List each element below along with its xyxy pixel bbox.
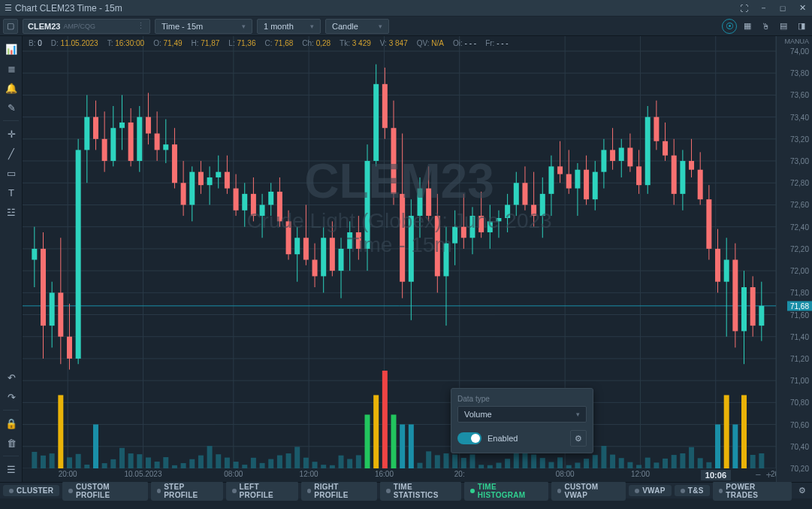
- redo-icon[interactable]: ↷: [0, 387, 23, 407]
- link-icon[interactable]: ▢: [3, 19, 18, 34]
- minimize-icon[interactable]: －: [758, 3, 768, 14]
- chevron-down-icon: ▾: [310, 23, 314, 30]
- yaxis-tick: 71,40: [790, 332, 809, 341]
- yaxis-tick: 72,00: [790, 267, 809, 275]
- xaxis-tick: 20:00: [59, 470, 77, 478]
- yaxis-tick: 73,20: [790, 135, 809, 143]
- edit-icon[interactable]: ✎: [0, 98, 23, 117]
- tab-power-trades[interactable]: Power Trades: [713, 481, 792, 501]
- xaxis-tick: 08:00: [224, 470, 243, 478]
- alert-icon[interactable]: 🔔: [0, 78, 23, 98]
- yaxis-tick: 71,20: [790, 354, 809, 362]
- x-axis[interactable]: 20:0010.05.202308:0012:0016:0020:08:0012…: [23, 468, 776, 482]
- yaxis-tick: 70,20: [790, 465, 809, 473]
- yaxis-tick: 72,80: [790, 179, 809, 187]
- tab-left-profile[interactable]: Left Profile: [226, 481, 298, 501]
- chart-canvas[interactable]: [23, 36, 776, 468]
- mouse-icon[interactable]: 🖱: [758, 19, 773, 34]
- yaxis-tick: 72,20: [790, 244, 809, 253]
- line-icon[interactable]: ╱: [0, 144, 23, 163]
- chevron-down-icon: ▾: [242, 23, 246, 30]
- symbol-name: CLEM23: [28, 22, 60, 31]
- price-tag: 71,68: [787, 301, 812, 311]
- search-icon[interactable]: ⦿: [722, 19, 737, 34]
- timeframe-select[interactable]: Time - 15m▾: [155, 19, 252, 34]
- y-axis[interactable]: MANUA 74,0073,8073,6073,4073,2073,0072,8…: [776, 36, 812, 482]
- lock-icon[interactable]: 🔒: [0, 414, 23, 433]
- yaxis-tick: 73,00: [790, 157, 809, 165]
- chevron-down-icon: ▾: [379, 23, 382, 30]
- indicator-icon[interactable]: 📊: [0, 39, 23, 59]
- yaxis-tick: 70,80: [790, 398, 809, 407]
- clock-label: 10:06: [701, 470, 731, 480]
- yaxis-tick: 74,00: [790, 47, 809, 56]
- tab-custom-vwap[interactable]: Custom VWAP: [551, 481, 626, 501]
- symbol-source: AMP/CQG: [63, 23, 95, 30]
- chartstyle-select[interactable]: Candle▾: [325, 19, 389, 34]
- symbol-input[interactable]: CLEM23 AMP/CQG ⋮: [23, 19, 150, 34]
- yaxis-tick: 71,80: [790, 289, 809, 297]
- menu-icon[interactable]: ☰: [5, 3, 12, 13]
- layout-icon[interactable]: ◨: [794, 19, 809, 34]
- main-toolbar: ▢ CLEM23 AMP/CQG ⋮ Time - 15m▾ 1 month▾ …: [0, 17, 812, 36]
- tab-time-histogram[interactable]: Time Histogram: [464, 481, 548, 501]
- datatype-popup: Data type Volume▾ Enabled ⚙: [451, 388, 593, 453]
- text-icon[interactable]: T: [0, 183, 23, 202]
- window-titlebar: ☰ Chart CLEM23 Time - 15m ⛶ － □ ✕: [0, 0, 812, 17]
- chevron-down-icon: ▾: [576, 411, 580, 418]
- tab-vwap[interactable]: VWAP: [629, 485, 672, 496]
- yaxis-tick: 73,40: [790, 113, 809, 121]
- tab-step-profile[interactable]: Step Profile: [151, 481, 223, 501]
- toggle-label: Enabled: [488, 434, 518, 443]
- tabs-settings-icon[interactable]: ⚙: [795, 483, 809, 498]
- close-icon[interactable]: ✕: [797, 3, 807, 14]
- yaxis-tick: 73,60: [790, 91, 809, 99]
- popup-settings-icon[interactable]: ⚙: [570, 430, 587, 447]
- maximize-icon[interactable]: □: [777, 3, 788, 14]
- rect-icon[interactable]: ▭: [0, 163, 23, 183]
- templates-icon[interactable]: ▤: [776, 19, 791, 34]
- datatype-select[interactable]: Volume▾: [457, 406, 587, 423]
- undo-icon[interactable]: ↶: [0, 368, 23, 387]
- indicator-tabs: ClusterCustom ProfileStep ProfileLeft Pr…: [0, 482, 812, 498]
- left-sidebar: 📊 ≣ 🔔 ✎ ✛ ╱ ▭ T ☳ ↶ ↷ 🔒 🗑 ☰: [0, 36, 23, 482]
- range-select[interactable]: 1 month▾: [257, 19, 321, 34]
- tab-time-statistics[interactable]: Time Statistics: [380, 481, 461, 501]
- tab-custom-profile[interactable]: Custom Profile: [62, 481, 147, 501]
- xaxis-tick: 12:00: [631, 470, 650, 478]
- layers-icon[interactable]: ≣: [0, 59, 23, 78]
- yaxis-tick: 70,60: [790, 420, 809, 429]
- yaxis-top-label: MANUA: [784, 38, 809, 45]
- yaxis-tick: 71,00: [790, 377, 809, 385]
- expand-icon[interactable]: ⛶: [738, 3, 749, 14]
- levels-icon[interactable]: ☳: [0, 202, 23, 222]
- yaxis-tick: 71,60: [790, 311, 809, 319]
- symbol-more-icon[interactable]: ⋮: [137, 21, 145, 31]
- popup-label: Data type: [457, 395, 587, 403]
- xaxis-tick: 16:00: [375, 470, 394, 478]
- tab-right-profile[interactable]: Right Profile: [301, 481, 378, 501]
- xaxis-tick: 10.05.2023: [124, 470, 161, 478]
- xaxis-tick: 08:00: [556, 470, 575, 478]
- window-title: Chart CLEM23 Time - 15m: [15, 3, 122, 14]
- yaxis-tick: 70,40: [790, 442, 809, 450]
- xaxis-tick: 12:00: [300, 470, 318, 478]
- list-icon[interactable]: ☰: [0, 459, 23, 479]
- crosshair-icon[interactable]: ✛: [0, 124, 23, 144]
- trash-icon[interactable]: 🗑: [0, 433, 23, 453]
- xaxis-tick: 20:: [454, 470, 465, 478]
- yaxis-tick: 73,80: [790, 69, 809, 77]
- zoom-in-icon[interactable]: +: [765, 469, 771, 480]
- ohlc-info-bar: B: 0 D: 11.05.2023 T: 16:30:00 O: 71,49 …: [29, 39, 509, 47]
- tab-t&s[interactable]: T&S: [675, 485, 710, 496]
- chart-pane[interactable]: B: 0 D: 11.05.2023 T: 16:30:00 O: 71,49 …: [23, 36, 776, 482]
- calendar-icon[interactable]: ▦: [740, 19, 755, 34]
- zoom-out-icon[interactable]: −: [755, 469, 761, 480]
- tab-cluster[interactable]: Cluster: [3, 485, 59, 496]
- yaxis-tick: 72,40: [790, 223, 809, 231]
- yaxis-tick: 72,60: [790, 201, 809, 209]
- enabled-toggle[interactable]: [457, 432, 481, 444]
